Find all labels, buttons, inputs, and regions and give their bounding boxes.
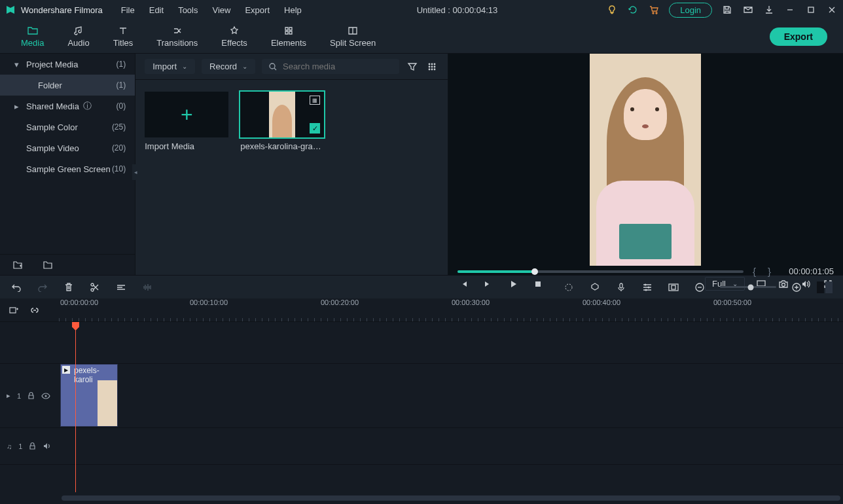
menu-help[interactable]: Help [278, 3, 308, 18]
import-media-card[interactable]: + Import Media [145, 92, 228, 151]
visibility-icon[interactable] [41, 393, 50, 399]
split-button[interactable] [89, 281, 101, 293]
audio-wave-button[interactable] [141, 281, 153, 293]
svg-rect-0 [808, 7, 814, 12]
delete-button[interactable] [63, 281, 75, 293]
mixer-button[interactable] [641, 281, 653, 293]
svg-rect-12 [757, 281, 765, 286]
zoom-in-button[interactable] [791, 281, 802, 293]
marker-button[interactable] [589, 281, 601, 293]
stop-button[interactable] [532, 278, 544, 290]
sidebar-collapse-handle[interactable]: ◂ [132, 164, 139, 180]
sidebar-project-media[interactable]: ▾ Project Media (1) [0, 54, 135, 75]
menu-export[interactable]: Export [238, 3, 276, 18]
grid-view-button[interactable] [425, 60, 439, 73]
record-dropdown[interactable]: Record⌄ [202, 59, 255, 74]
tab-titles[interactable]: Titles [101, 22, 145, 50]
save-icon[interactable] [721, 4, 733, 16]
prev-frame-button[interactable] [457, 278, 469, 290]
app-name: Wondershare Filmora [21, 5, 103, 15]
mail-icon[interactable] [742, 4, 754, 16]
zoom-out-button[interactable] [694, 281, 706, 293]
svg-rect-25 [10, 308, 16, 313]
import-dropdown[interactable]: Import⌄ [145, 59, 195, 74]
svg-point-15 [91, 289, 94, 291]
sidebar-sample-video[interactable]: Sample Video (20) [0, 137, 135, 158]
new-folder-button[interactable] [12, 259, 24, 271]
effects-icon [228, 25, 240, 37]
sidebar-sample-color[interactable]: Sample Color (25) [0, 117, 135, 137]
timeline-ruler[interactable]: 00:00:00:00 00:00:10:00 00:00:20:00 00:0… [59, 298, 843, 321]
tab-effects[interactable]: Effects [209, 22, 259, 50]
render-button[interactable] [563, 281, 575, 293]
sidebar-folder[interactable]: Folder (1) [0, 75, 135, 96]
undo-button[interactable] [10, 281, 22, 293]
tab-audio[interactable]: Audio [56, 22, 101, 50]
chevron-right-icon: ▸ [14, 101, 21, 111]
close-button[interactable] [826, 4, 838, 16]
scrub-slider[interactable] [457, 270, 744, 273]
menu-edit[interactable]: Edit [143, 3, 170, 18]
media-clip-card[interactable]: ▦ ✓ pexels-karolina-grabo... [240, 92, 324, 151]
filter-button[interactable] [406, 60, 419, 73]
play-button[interactable] [507, 278, 519, 290]
tab-split-screen[interactable]: Split Screen [318, 22, 387, 50]
export-button[interactable]: Export [770, 27, 827, 46]
search-input[interactable] [262, 59, 399, 74]
next-frame-button[interactable] [482, 278, 494, 290]
preview-video[interactable] [448, 54, 843, 266]
lock-icon[interactable] [27, 391, 35, 400]
search-icon [268, 62, 278, 71]
video-track[interactable]: ▸ 1 ▶ pexels-karoli [0, 364, 843, 428]
refresh-icon[interactable] [627, 4, 639, 16]
chevron-down-icon: ▾ [14, 60, 21, 69]
bulb-icon[interactable] [606, 4, 618, 16]
video-track-icon: ▸ [7, 391, 10, 400]
mark-out-button[interactable]: } [765, 266, 774, 277]
svg-point-5 [429, 65, 431, 67]
tab-media[interactable]: Media [9, 22, 56, 50]
svg-point-6 [431, 65, 433, 67]
menu-view[interactable]: View [206, 3, 237, 18]
minimize-button[interactable] [784, 4, 796, 16]
voiceover-button[interactable] [615, 281, 627, 293]
info-icon: ⓘ [83, 100, 90, 112]
login-button[interactable]: Login [669, 3, 712, 18]
redo-button[interactable] [37, 281, 48, 293]
svg-point-20 [645, 289, 647, 291]
timecode: 00:00:01:05 [780, 266, 834, 276]
audio-track[interactable]: ♫ 1 [0, 428, 843, 465]
svg-point-13 [782, 283, 785, 286]
timeline-scrollbar[interactable] [62, 495, 840, 501]
resolution-dropdown[interactable]: Full⌄ [705, 277, 745, 291]
timeline-clip[interactable]: ▶ pexels-karoli [60, 364, 118, 427]
folder-button[interactable] [42, 259, 54, 271]
aspect-button[interactable] [668, 281, 679, 293]
audio-track-icon: ♫ [7, 442, 12, 450]
timeline-add-button[interactable] [8, 304, 20, 316]
menu-file[interactable]: File [115, 3, 141, 18]
lock-icon[interactable] [29, 442, 36, 450]
mark-in-button[interactable]: { [750, 266, 759, 277]
check-icon: ✓ [310, 123, 320, 134]
crop-button[interactable] [115, 281, 127, 293]
svg-point-3 [431, 63, 433, 65]
svg-point-9 [431, 68, 433, 70]
tab-transitions[interactable]: Transitions [145, 22, 209, 50]
sidebar-sample-green-screen[interactable]: Sample Green Screen (10) [0, 158, 135, 179]
layout-toggle[interactable] [817, 281, 833, 293]
tab-elements[interactable]: Elements [259, 22, 318, 50]
elements-icon [283, 25, 295, 37]
link-button[interactable] [29, 304, 41, 316]
menu-tools[interactable]: Tools [171, 3, 204, 18]
chevron-down-icon: ⌄ [242, 63, 247, 70]
download-icon[interactable] [763, 4, 775, 16]
maximize-button[interactable] [805, 4, 817, 16]
window-title: Untitled : 00:00:04:13 [308, 5, 606, 15]
cart-icon[interactable] [648, 4, 660, 16]
zoom-slider[interactable] [720, 286, 776, 288]
mute-icon[interactable] [43, 442, 51, 450]
sidebar-shared-media[interactable]: ▸ Shared Media ⓘ (0) [0, 96, 135, 117]
snapshot-button[interactable] [778, 278, 789, 290]
svg-point-19 [648, 286, 650, 288]
